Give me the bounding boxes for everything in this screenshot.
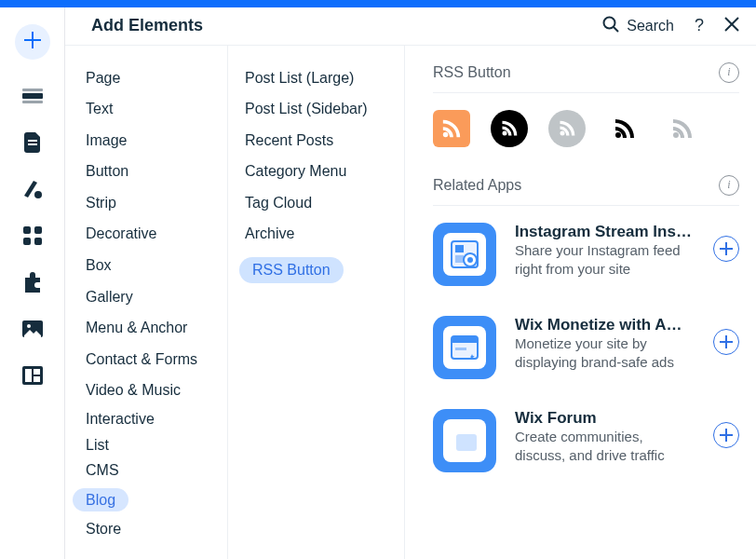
rss-style-black-circle[interactable] — [491, 110, 528, 147]
category-item[interactable]: CMS — [86, 457, 227, 484]
rail-icon-design[interactable] — [22, 179, 43, 199]
category-item[interactable]: Box — [86, 250, 227, 281]
category-item[interactable]: Text — [86, 93, 227, 125]
rail-icon-apps[interactable] — [22, 225, 43, 246]
rail-icon-page[interactable] — [22, 132, 43, 153]
info-icon[interactable]: i — [719, 175, 739, 196]
plus-icon — [24, 32, 41, 52]
svg-rect-4 — [28, 143, 37, 145]
category-item-label: Button — [86, 163, 128, 179]
close-icon[interactable] — [724, 17, 739, 35]
sublist-item-label: Category Menu — [245, 163, 346, 179]
help-icon[interactable]: ? — [695, 16, 704, 35]
category-item-label: Strip — [86, 195, 116, 211]
detail-column: RSS Button i — [405, 46, 756, 560]
info-icon[interactable]: i — [719, 62, 739, 83]
related-app[interactable]: Wix Monetize with A…Monetize your site b… — [433, 316, 739, 379]
category-item-label: Box — [86, 257, 112, 273]
rss-style-black-plain[interactable] — [606, 110, 643, 147]
sublist-item-label: Post List (Sidebar) — [245, 101, 368, 116]
category-item[interactable]: Page — [86, 62, 227, 94]
category-item[interactable]: Blog — [86, 484, 227, 517]
subcategory-column: Post List (Large)Post List (Sidebar)Rece… — [228, 46, 405, 560]
svg-rect-0 — [22, 93, 43, 99]
sublist-item-label: RSS Button — [239, 257, 344, 283]
related-app[interactable]: Instagram Stream Ins…Share your Instagra… — [433, 223, 739, 286]
svg-point-11 — [27, 324, 31, 328]
svg-rect-8 — [23, 238, 31, 245]
svg-point-5 — [34, 191, 42, 198]
plus-icon — [720, 335, 733, 348]
category-item-label: Text — [86, 101, 113, 116]
search-label: Search — [627, 18, 674, 34]
category-item-label: Video & Music — [86, 382, 181, 398]
svg-rect-2 — [22, 101, 43, 103]
category-item[interactable]: Decorative — [86, 218, 227, 250]
rss-section-title: RSS Button — [433, 64, 511, 81]
search-icon — [602, 16, 619, 36]
add-elements-rail-button[interactable] — [15, 24, 50, 60]
app-icon — [433, 316, 496, 379]
category-item-label: Gallery — [86, 289, 133, 305]
category-item-label: CMS — [86, 462, 119, 478]
sublist-item[interactable]: Tag Cloud — [245, 187, 393, 219]
category-item[interactable]: Contact & Forms — [86, 344, 227, 375]
category-item[interactable]: Menu & Anchor — [86, 312, 227, 344]
sublist-item[interactable]: Archive — [245, 218, 393, 250]
sublist-item[interactable]: Post List (Large) — [245, 62, 393, 94]
rail-icon-media[interactable] — [22, 319, 43, 339]
svg-point-20 — [443, 131, 449, 137]
plus-icon — [720, 429, 733, 442]
sublist-item[interactable]: RSS Button — [245, 250, 393, 291]
sublist-item[interactable]: Category Menu — [245, 156, 393, 187]
category-item[interactable]: List — [86, 432, 227, 458]
add-app-button[interactable] — [713, 422, 739, 448]
svg-rect-13 — [25, 369, 32, 382]
add-app-button[interactable] — [713, 329, 739, 355]
svg-rect-31 — [452, 336, 478, 343]
svg-rect-15 — [34, 376, 40, 382]
category-item-label: Image — [86, 132, 127, 148]
add-app-button[interactable] — [713, 236, 739, 262]
app-title: Wix Monetize with A… — [515, 316, 695, 334]
category-item-label: Decorative — [86, 225, 156, 241]
category-item-label: Blog — [73, 488, 128, 512]
rail-icon-layout[interactable] — [22, 365, 43, 386]
svg-point-29 — [467, 257, 473, 263]
svg-rect-27 — [455, 255, 464, 263]
app-title: Instagram Stream Ins… — [515, 223, 695, 241]
rail-icon-addons[interactable] — [22, 272, 43, 293]
category-item[interactable]: Image — [86, 125, 227, 157]
app-title: Wix Forum — [515, 409, 695, 428]
svg-rect-7 — [34, 226, 42, 234]
category-item[interactable]: Gallery — [86, 281, 227, 313]
svg-point-16 — [604, 17, 615, 28]
category-item-label: Menu & Anchor — [86, 320, 187, 335]
sublist-item-label: Tag Cloud — [245, 195, 312, 211]
rss-style-orange-square[interactable] — [433, 110, 470, 147]
sublist-item[interactable]: Post List (Sidebar) — [245, 93, 393, 125]
svg-point-24 — [673, 132, 679, 138]
rss-style-grey-plain[interactable] — [664, 110, 701, 147]
app-description: Share your Instagram feed right from you… — [515, 241, 695, 280]
sublist-item-label: Archive — [245, 225, 294, 241]
related-app[interactable]: Wix ForumCreate communities, discuss, an… — [433, 409, 739, 472]
top-accent-bar — [0, 0, 756, 7]
rss-style-row — [433, 110, 739, 147]
category-item[interactable]: Strip — [86, 187, 227, 219]
sublist-item[interactable]: Recent Posts — [245, 125, 393, 157]
svg-rect-34 — [456, 434, 477, 451]
search-button[interactable]: Search — [602, 16, 674, 36]
app-description: Monetize your site by displaying brand-s… — [515, 334, 695, 373]
category-column: PageTextImageButtonStripDecorativeBoxGal… — [65, 46, 228, 560]
category-item-label: Interactive — [86, 411, 155, 427]
plus-icon — [720, 242, 733, 255]
category-item[interactable]: Store — [86, 516, 227, 542]
category-item[interactable]: Interactive — [86, 406, 227, 432]
svg-rect-32 — [455, 348, 466, 350]
related-apps-title: Related Apps — [433, 177, 521, 194]
category-item[interactable]: Button — [86, 156, 227, 187]
rss-style-grey-circle[interactable] — [548, 110, 586, 147]
category-item[interactable]: Video & Music — [86, 375, 227, 406]
rail-icon-sections[interactable] — [22, 86, 43, 106]
